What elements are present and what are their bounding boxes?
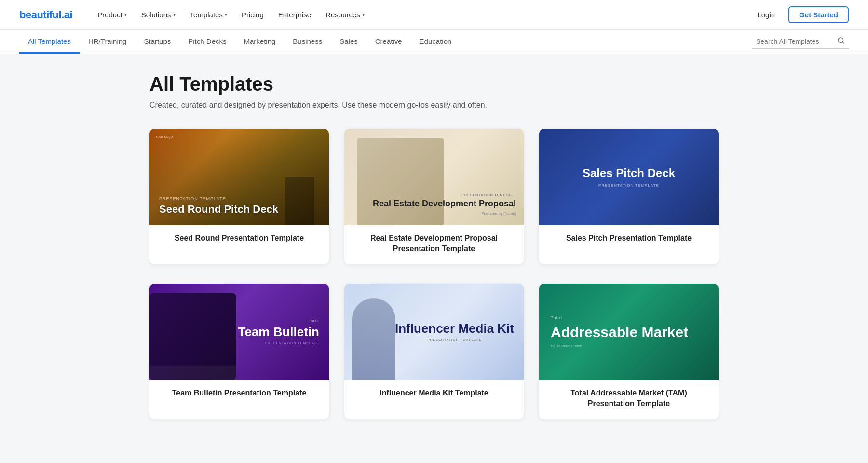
- nav-label-enterprise: Enterprise: [278, 11, 311, 19]
- subnav-item-creative[interactable]: Creative: [366, 30, 411, 54]
- template-thumb-team-bulletin: DATE Team Bulletin Presentation Template: [149, 284, 329, 380]
- thumb-title: Real Estate Development Proposal: [373, 199, 516, 209]
- subnav-item-pitch-decks[interactable]: Pitch Decks: [179, 30, 235, 54]
- template-card-tam[interactable]: Total Addressable Market By: Marcus Brow…: [539, 284, 719, 419]
- page-title: All Templates: [149, 73, 719, 95]
- logo-accent: .ai: [61, 9, 72, 21]
- template-name: Seed Round Presentation Template: [149, 225, 329, 253]
- thumb-date: DATE: [238, 318, 319, 323]
- chevron-down-icon: ▾: [225, 12, 227, 17]
- thumb-label: Presentation Template: [395, 339, 514, 342]
- thumb-title: Influencer Media Kit: [395, 322, 514, 336]
- subnav-items: All Templates HR/Training Startups Pitch…: [19, 30, 752, 54]
- laptop-decoration: [149, 293, 236, 380]
- thumb-label: Presentation Template: [373, 193, 516, 197]
- nav-label-resources: Resources: [326, 11, 360, 19]
- nav-label-solutions: Solutions: [141, 11, 171, 19]
- main-content: All Templates Created, curated and desig…: [130, 54, 738, 463]
- template-name: Team Bulletin Presentation Template: [149, 380, 329, 408]
- subnav-item-education[interactable]: Education: [411, 30, 461, 54]
- subnav-item-marketing[interactable]: Marketing: [235, 30, 284, 54]
- template-thumb-seed-round: Your Logo Presentation Template Seed Rou…: [149, 129, 329, 225]
- thumb-text: DATE Team Bulletin Presentation Template: [238, 318, 319, 345]
- chevron-down-icon: ▾: [124, 12, 127, 17]
- thumb-text: Sales Pitch Deck Presentation Template: [583, 166, 675, 188]
- template-card-team-bulletin[interactable]: DATE Team Bulletin Presentation Template…: [149, 284, 329, 419]
- nav-item-solutions[interactable]: Solutions ▾: [136, 8, 181, 22]
- nav-item-pricing[interactable]: Pricing: [236, 8, 270, 22]
- nav-label-templates: Templates: [190, 11, 223, 19]
- template-name: Sales Pitch Presentation Template: [539, 225, 719, 253]
- laptop-keys: [149, 366, 236, 380]
- thumb-label: Presentation Template: [238, 341, 319, 345]
- subnav-item-all-templates[interactable]: All Templates: [19, 30, 80, 54]
- nav-item-enterprise[interactable]: Enterprise: [272, 8, 317, 22]
- template-card-seed-round[interactable]: Your Logo Presentation Template Seed Rou…: [149, 129, 329, 264]
- person-decoration: [352, 298, 395, 380]
- template-thumb-sales-pitch: Sales Pitch Deck Presentation Template: [539, 129, 719, 225]
- nav-label-pricing: Pricing: [242, 11, 264, 19]
- thumb-logo: Your Logo: [155, 135, 173, 139]
- template-thumb-real-estate: Presentation Template Real Estate Develo…: [344, 129, 524, 225]
- subnav-item-business[interactable]: Business: [284, 30, 331, 54]
- template-card-real-estate[interactable]: Presentation Template Real Estate Develo…: [344, 129, 524, 264]
- search-bar: [752, 35, 849, 49]
- nav-label-product: Product: [97, 11, 122, 19]
- thumb-title: Sales Pitch Deck: [583, 166, 675, 180]
- thumb-title: Addressable Market: [551, 324, 688, 340]
- nav-item-resources[interactable]: Resources ▾: [320, 8, 370, 22]
- template-name: Influencer Media Kit Template: [344, 380, 524, 408]
- templates-grid: Your Logo Presentation Template Seed Rou…: [149, 129, 719, 419]
- logo[interactable]: beautiful.ai: [19, 9, 72, 21]
- chevron-down-icon: ▾: [362, 12, 365, 17]
- thumb-text: Total Addressable Market By: Marcus Brow…: [551, 315, 688, 348]
- page-subtitle: Created, curated and designed by present…: [149, 101, 719, 109]
- template-thumb-influencer: Influencer Media Kit Presentation Templa…: [344, 284, 524, 380]
- thumb-text: Presentation Template Real Estate Develo…: [373, 193, 516, 216]
- nav-links: Product ▾ Solutions ▾ Templates ▾ Pricin…: [92, 8, 751, 22]
- template-name: Total Addressable Market (TAM) Presentat…: [539, 380, 719, 419]
- nav-item-product[interactable]: Product ▾: [92, 8, 133, 22]
- thumb-label: Presentation Template: [159, 196, 278, 201]
- thumb-sub: Prepared by [Name]: [373, 211, 516, 216]
- thumb-figure: [285, 177, 314, 225]
- get-started-button[interactable]: Get Started: [788, 6, 849, 23]
- template-card-sales-pitch[interactable]: Sales Pitch Deck Presentation Template S…: [539, 129, 719, 264]
- nav-item-templates[interactable]: Templates ▾: [184, 8, 233, 22]
- logo-text: beautiful: [19, 9, 61, 21]
- chevron-down-icon: ▾: [173, 12, 176, 17]
- thumb-text: Influencer Media Kit Presentation Templa…: [395, 322, 514, 342]
- thumb-title: Seed Round Pitch Deck: [159, 203, 278, 216]
- subnav: All Templates HR/Training Startups Pitch…: [0, 30, 868, 54]
- nav-right: Login Get Started: [751, 6, 849, 23]
- thumb-text: Presentation Template Seed Round Pitch D…: [159, 196, 278, 216]
- template-thumb-tam: Total Addressable Market By: Marcus Brow…: [539, 284, 719, 380]
- template-name: Real Estate Development Proposal Present…: [344, 225, 524, 264]
- thumb-title: Team Bulletin: [238, 325, 319, 339]
- thumb-label: Presentation Template: [583, 183, 675, 188]
- subnav-item-startups[interactable]: Startups: [135, 30, 179, 54]
- login-button[interactable]: Login: [751, 8, 781, 22]
- thumb-pre: Total: [551, 315, 688, 320]
- search-icon[interactable]: [837, 37, 845, 46]
- navbar: beautiful.ai Product ▾ Solutions ▾ Templ…: [0, 0, 868, 30]
- search-input[interactable]: [756, 38, 833, 45]
- thumb-author: By: Marcus Brown: [551, 344, 688, 348]
- subnav-item-sales[interactable]: Sales: [331, 30, 366, 54]
- svg-line-1: [842, 42, 844, 43]
- subnav-item-hr-training[interactable]: HR/Training: [80, 30, 135, 54]
- template-card-influencer[interactable]: Influencer Media Kit Presentation Templa…: [344, 284, 524, 419]
